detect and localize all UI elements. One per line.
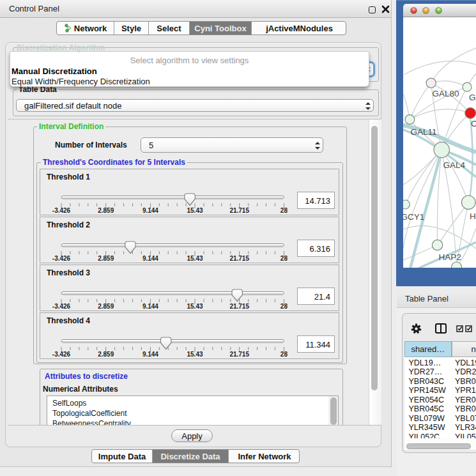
svg-text:2.859: 2.859 [98, 255, 114, 262]
svg-text:-3.426: -3.426 [52, 303, 71, 310]
svg-text:GAL4: GAL4 [443, 160, 466, 170]
svg-text:15.43: 15.43 [187, 255, 203, 262]
svg-text:28: 28 [280, 303, 288, 310]
svg-text:2.859: 2.859 [98, 207, 114, 214]
svg-text:28: 28 [280, 255, 288, 262]
svg-text:GAL80: GAL80 [433, 89, 459, 98]
svg-text:-3.426: -3.426 [52, 351, 71, 358]
svg-text:2.859: 2.859 [98, 351, 114, 358]
svg-text:2.859: 2.859 [98, 303, 114, 310]
svg-text:GA: GA [469, 93, 476, 102]
svg-text:21.715: 21.715 [229, 207, 249, 214]
svg-text:HAP2: HAP2 [439, 252, 461, 262]
svg-text:GCY1: GCY1 [403, 212, 424, 222]
svg-text:9.144: 9.144 [142, 255, 158, 262]
svg-text:21.715: 21.715 [229, 351, 249, 358]
svg-text:-3.426: -3.426 [52, 207, 71, 214]
svg-text:9.144: 9.144 [142, 303, 158, 310]
svg-text:15.43: 15.43 [187, 351, 203, 358]
svg-text:9.144: 9.144 [142, 351, 158, 358]
svg-text:21.715: 21.715 [229, 255, 249, 262]
svg-text:GAL11: GAL11 [411, 127, 437, 137]
svg-text:21.715: 21.715 [229, 303, 249, 310]
svg-text:HI: HI [470, 211, 476, 221]
svg-text:9.144: 9.144 [142, 207, 158, 214]
svg-text:CY: CY [471, 119, 476, 128]
svg-text:28: 28 [280, 207, 288, 214]
svg-text:-3.426: -3.426 [52, 255, 71, 262]
svg-text:28: 28 [280, 351, 288, 358]
svg-text:15.43: 15.43 [187, 303, 203, 310]
svg-text:15.43: 15.43 [187, 207, 203, 214]
